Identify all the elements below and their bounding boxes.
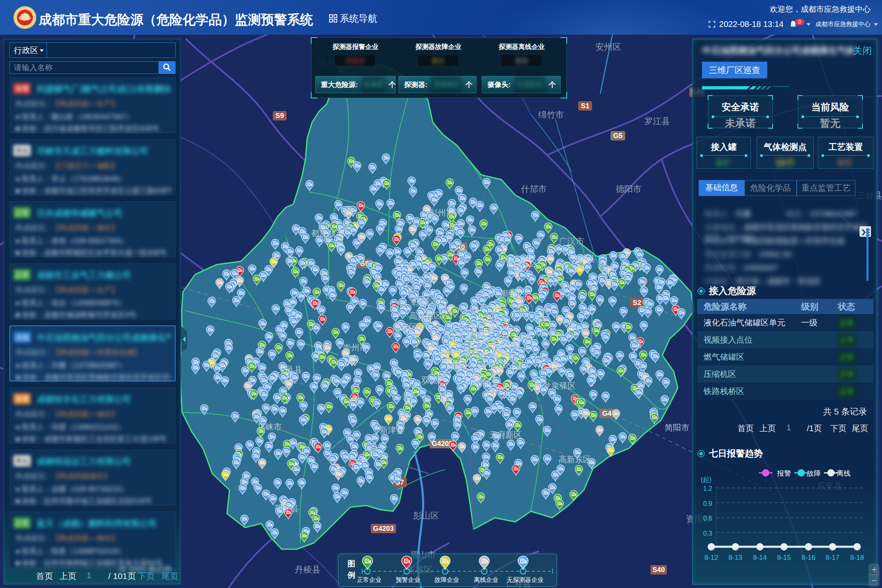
svg-text:龙泉驿区: 龙泉驿区 xyxy=(543,381,576,390)
svg-text:金牛区: 金牛区 xyxy=(464,331,489,340)
svg-text:天府新区: 天府新区 xyxy=(489,430,522,439)
svg-text:安州区: 安州区 xyxy=(595,42,621,51)
svg-text:G4203: G4203 xyxy=(373,525,394,532)
svg-text:8-13: 8-13 xyxy=(728,554,742,561)
svg-text:都江堰市: 都江堰市 xyxy=(311,229,344,238)
svg-text:武侯区: 武侯区 xyxy=(447,361,471,370)
svg-text:广汉市: 广汉市 xyxy=(559,236,584,246)
svg-text:S40: S40 xyxy=(653,566,665,574)
svg-text:高新西区: 高新西区 xyxy=(409,311,442,320)
svg-text:绵竹市: 绵竹市 xyxy=(538,110,564,119)
svg-text:G4: G4 xyxy=(602,410,612,417)
svg-text:8-14: 8-14 xyxy=(753,554,767,561)
svg-text:丹棱县: 丹棱县 xyxy=(295,565,321,574)
svg-text:S9: S9 xyxy=(276,112,284,120)
svg-text:0.6: 0.6 xyxy=(703,515,712,522)
svg-text:彭州市: 彭州市 xyxy=(429,208,454,217)
svg-text:双流区: 双流区 xyxy=(421,376,446,385)
svg-text:青羊区: 青羊区 xyxy=(464,349,489,358)
svg-text:新都区: 新都区 xyxy=(501,289,526,298)
svg-text:蒲江县: 蒲江县 xyxy=(274,504,299,513)
svg-text:8-17: 8-17 xyxy=(826,554,840,561)
svg-text:高新东区: 高新东区 xyxy=(559,455,591,464)
svg-text:0.3: 0.3 xyxy=(703,530,712,537)
svg-text:(起): (起) xyxy=(701,476,712,483)
svg-text:8-18: 8-18 xyxy=(850,554,864,561)
svg-text:德阳市: 德阳市 xyxy=(616,184,641,194)
svg-text:彭山区: 彭山区 xyxy=(413,511,439,520)
svg-text:成华区: 成华区 xyxy=(496,340,521,349)
svg-text:温江区: 温江区 xyxy=(393,323,417,332)
svg-text:金堂县: 金堂县 xyxy=(571,254,595,263)
svg-text:邛崃市: 邛崃市 xyxy=(257,422,282,431)
svg-text:故障: 故障 xyxy=(807,470,821,477)
svg-text:离线: 离线 xyxy=(837,470,851,477)
svg-text:G5: G5 xyxy=(613,132,623,140)
svg-text:8-16: 8-16 xyxy=(802,554,815,561)
svg-text:简阳市: 简阳市 xyxy=(665,423,689,432)
svg-text:S2: S2 xyxy=(633,299,641,307)
svg-text:罗江县: 罗江县 xyxy=(644,116,670,126)
svg-text:大邑县: 大邑县 xyxy=(278,365,302,374)
svg-text:8-12: 8-12 xyxy=(704,554,718,561)
svg-text:1.2: 1.2 xyxy=(703,485,712,492)
svg-text:报警: 报警 xyxy=(777,470,791,477)
svg-text:高新南区: 高新南区 xyxy=(464,377,497,386)
svg-text:锦江区: 锦江区 xyxy=(487,360,512,369)
svg-text:青白江区: 青白江区 xyxy=(506,259,538,268)
svg-text:新津县: 新津县 xyxy=(380,425,404,434)
svg-text:什邡市: 什邡市 xyxy=(521,184,547,194)
svg-text:郫都区: 郫都区 xyxy=(412,298,436,307)
svg-text:S1: S1 xyxy=(581,102,590,110)
svg-text:8-15: 8-15 xyxy=(777,554,791,561)
svg-text:0.9: 0.9 xyxy=(703,500,712,507)
svg-text:崇州市: 崇州市 xyxy=(343,343,368,352)
